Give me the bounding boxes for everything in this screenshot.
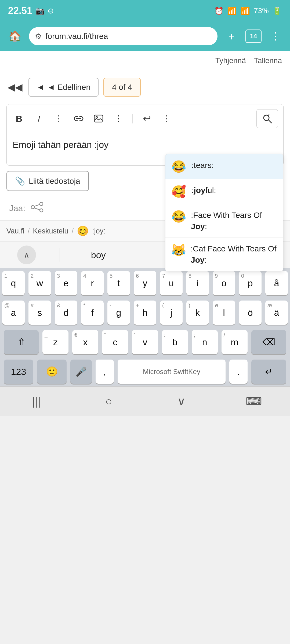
instagram-icon: 📷 [35, 6, 45, 15]
joyful-emoji: 🥰 [171, 185, 186, 199]
cat-tears-joy-emoji: 😹 [171, 243, 185, 257]
key-j[interactable]: (j [160, 301, 183, 325]
emoji-key[interactable]: 🙂 [37, 360, 67, 384]
breadcrumb-emoji: 😊 [77, 225, 89, 237]
key-p[interactable]: 0p [239, 271, 262, 295]
url-text: forum.vau.fi/threa [45, 32, 212, 41]
back-nav-button[interactable]: ∨ [168, 391, 195, 412]
tears-emoji: 😂 [171, 160, 186, 174]
svg-line-9 [34, 208, 40, 210]
key-w[interactable]: 2w [28, 271, 51, 295]
key-a-umlaut[interactable]: æä [265, 301, 288, 325]
status-icons: 📷 ⊖ [35, 6, 54, 15]
key-y[interactable]: 6y [134, 271, 156, 295]
home-nav-button[interactable]: ○ [95, 391, 122, 412]
status-time: 22.51 [8, 5, 32, 16]
url-bar[interactable]: ⚙ forum.vau.fi/threa [29, 27, 218, 45]
keyboard-nav-button[interactable]: ⌨ [240, 391, 267, 412]
emoji-item-face-tears-joy[interactable]: 😂 :Face With Tears Of Joy: [165, 204, 283, 238]
battery-icon: 🔋 [273, 6, 282, 15]
key-o-umlaut[interactable]: ö [239, 301, 262, 325]
key-o[interactable]: 9o [213, 271, 235, 295]
shift-icon: ⇧ [17, 336, 25, 348]
link-button[interactable] [72, 112, 86, 126]
signal-icon: 📶 [241, 6, 250, 15]
emoji-item-tears[interactable]: 😂 :tears: [165, 154, 283, 179]
period-key[interactable]: . [229, 360, 248, 384]
breadcrumb-sep-1: / [28, 227, 30, 235]
menu-button[interactable]: ||| [23, 391, 50, 412]
toolbar-right [256, 109, 278, 128]
key-q[interactable]: 1q [2, 271, 25, 295]
page-indicator: 4 of 4 [103, 78, 141, 97]
save-link[interactable]: Tallenna [254, 56, 282, 65]
keyboard-row-2: @a #s &d *f -g +h (j )k øl ö æä [0, 298, 290, 327]
emoji-item-joyful[interactable]: 🥰 :joyful: [165, 179, 283, 204]
prev-button[interactable]: ◄ ◄ Edellinen [28, 78, 99, 97]
nav-row: ◀◀ ◄ ◄ Edellinen 4 of 4 [0, 70, 290, 104]
spacebar[interactable]: Microsoft SwiftKey [118, 360, 226, 384]
key-b[interactable]: :b [162, 330, 188, 354]
shift-key[interactable]: ⇧ [4, 330, 39, 354]
site-icon: ⚙ [35, 32, 42, 41]
svg-point-7 [31, 206, 34, 209]
prev-arrow-icon: ◄ [37, 83, 45, 92]
key-v[interactable]: 'v [132, 330, 158, 354]
svg-point-6 [40, 209, 43, 212]
num-label: 123 [11, 367, 26, 376]
italic-button[interactable]: I [32, 112, 46, 126]
fast-back-button[interactable]: ◀◀ [6, 79, 24, 96]
key-i[interactable]: 8i [186, 271, 209, 295]
key-l[interactable]: øl [213, 301, 235, 325]
more-options-1-button[interactable]: ⋮ [52, 112, 66, 126]
breadcrumb-home[interactable]: Vau.fi [6, 227, 24, 235]
enter-key[interactable]: ↵ [251, 360, 286, 384]
minus-circle-icon: ⊖ [48, 6, 54, 15]
key-n[interactable]: ;n [192, 330, 218, 354]
bold-button[interactable]: B [12, 112, 26, 126]
key-x[interactable]: €x [72, 330, 98, 354]
breadcrumb-discussion[interactable]: Keskustelu [33, 227, 68, 235]
mic-key[interactable]: 🎤 [70, 360, 92, 384]
key-f[interactable]: *f [81, 301, 104, 325]
num-key[interactable]: 123 [4, 360, 33, 384]
collapse-button[interactable]: ∧ [17, 246, 36, 264]
emoji-item-cat-tears-joy[interactable]: 😹 :Cat Face With Tears Of Joy: [165, 238, 283, 271]
search-button[interactable] [256, 109, 278, 128]
key-z[interactable]: _z [42, 330, 68, 354]
battery-percent: 73% [254, 6, 269, 15]
comma-key[interactable]: , [96, 360, 114, 384]
key-u[interactable]: 7u [160, 271, 183, 295]
key-s[interactable]: #s [28, 301, 51, 325]
key-k[interactable]: )k [186, 301, 209, 325]
key-c[interactable]: "c [102, 330, 128, 354]
key-m[interactable]: /m [222, 330, 248, 354]
share-icon[interactable] [31, 202, 44, 215]
image-button[interactable] [92, 112, 106, 126]
key-a-ring[interactable]: å [265, 271, 288, 295]
emoji-dropdown: 😂 :tears: 🥰 :joyful: 😂 :Face With Tears … [165, 154, 283, 271]
alarm-icon: ⏰ [214, 6, 224, 15]
more-options-2-button[interactable]: ⋮ [111, 112, 125, 126]
svg-point-5 [40, 202, 43, 206]
undo-button[interactable]: ↩ [140, 112, 154, 126]
mic-icon: 🎤 [75, 366, 87, 377]
key-t[interactable]: 5t [107, 271, 130, 295]
tabs-count-button[interactable]: 14 [245, 30, 262, 43]
home-button[interactable]: 🏠 [5, 27, 24, 46]
key-r[interactable]: 4r [81, 271, 104, 295]
clear-link[interactable]: Tyhjennä [215, 56, 246, 65]
key-d[interactable]: &d [55, 301, 77, 325]
more-options-3-button[interactable]: ⋮ [160, 112, 174, 126]
key-g[interactable]: -g [107, 301, 130, 325]
key-a[interactable]: @a [2, 301, 25, 325]
key-h[interactable]: +h [134, 301, 156, 325]
add-tab-button[interactable]: ＋ [222, 27, 241, 45]
paperclip-icon: 📎 [15, 176, 25, 186]
key-e[interactable]: 3e [55, 271, 77, 295]
autocomplete-boy[interactable]: boy [84, 247, 113, 263]
breadcrumb-topic[interactable]: :joy: [92, 227, 106, 235]
menu-dots-button[interactable]: ⋮ [266, 27, 285, 45]
delete-key[interactable]: ⌫ [251, 330, 286, 354]
attach-files-button[interactable]: 📎 Liitä tiedostoja [6, 171, 89, 191]
